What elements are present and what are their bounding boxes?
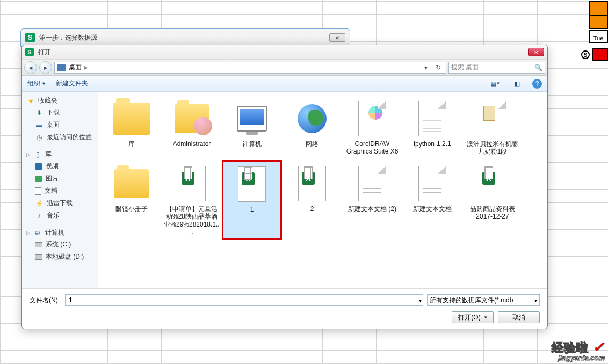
dialog-title: 打开	[38, 48, 528, 57]
sidebar: ★收藏夹 ⬇下载 ▬桌面 ◷最近访问的位置 ▷▯库 视频 图片 文档 ⚡迅雷下载…	[22, 92, 98, 288]
file-item[interactable]: 新建文本文档 (2)	[343, 161, 401, 239]
filename-dropdown-icon[interactable]: ▾	[419, 297, 422, 303]
sidebar-item-documents[interactable]: 文档	[22, 185, 98, 197]
music-icon: ♪	[35, 212, 44, 220]
forward-button[interactable]: ►	[39, 61, 52, 74]
file-item[interactable]: X【申请单】元旦活动%28陕西品萃酒业%29%282018.1....	[163, 161, 221, 239]
preview-pane-button[interactable]: ◧	[511, 79, 523, 89]
drive-icon	[35, 254, 42, 260]
file-list[interactable]: 库Administrator计算机网络CorelDRAW Graphics Su…	[98, 92, 547, 288]
star-icon: ★	[26, 97, 35, 105]
sidebar-item-drive-d[interactable]: 本地磁盘 (D:)	[22, 251, 98, 263]
file-thumbnail	[413, 99, 452, 138]
file-name: 2	[310, 205, 314, 213]
file-thumbnail	[172, 99, 211, 138]
breadcrumb-dropdown[interactable]: ▾	[420, 62, 432, 74]
search-input[interactable]: 搜索 桌面 🔍	[448, 62, 545, 74]
file-item[interactable]: Administrator	[163, 96, 221, 159]
breadcrumb[interactable]: 桌面 ▶ ▾ ↻	[54, 62, 446, 74]
back-button[interactable]: ◄	[24, 61, 37, 74]
close-button[interactable]: ✕	[528, 48, 544, 56]
expand-icon: ▷	[26, 152, 30, 157]
decor-tue: Tue	[589, 30, 608, 43]
new-folder-button[interactable]: 新建文件夹	[56, 79, 88, 88]
refresh-button[interactable]: ↻	[432, 62, 444, 74]
file-name: 【申请单】元旦活动%28陕西品萃酒业%29%282018.1....	[164, 205, 220, 236]
sidebar-item-pictures[interactable]: 图片	[22, 172, 98, 185]
sidebar-item-music[interactable]: ♪音乐	[22, 209, 98, 222]
file-thumbnail	[413, 164, 452, 203]
expand-icon: ▷	[26, 230, 30, 236]
file-item[interactable]: 眼镜小册子	[103, 161, 161, 239]
file-thumbnail	[112, 99, 151, 138]
sidebar-favorites-header[interactable]: ★收藏夹	[22, 95, 98, 106]
file-name: 喆购商品资料表2017-12-27	[465, 205, 520, 221]
file-thumbnail	[233, 99, 271, 138]
toolbar: 组织▼ 新建文件夹 ▦▼ ◧ ?	[22, 76, 547, 92]
file-item[interactable]: 澳洲贝拉米有机婴儿奶粉1段	[464, 96, 522, 159]
file-name: ipython-1.2.1	[414, 140, 451, 148]
file-type-filter[interactable]: 所有支持的数据库文件(*.mdb▾	[427, 294, 540, 306]
file-name: 计算机	[242, 140, 262, 148]
sidebar-item-recent[interactable]: ◷最近访问的位置	[22, 131, 98, 143]
sidebar-computer-header[interactable]: ▷🖳计算机	[22, 227, 98, 238]
dialog-titlebar: S 打开 ✕	[22, 45, 547, 60]
file-item[interactable]: X喆购商品资料表2017-12-27	[464, 161, 522, 239]
file-name: 新建文本文档	[413, 205, 452, 213]
sidebar-item-downloads[interactable]: ⬇下载	[22, 106, 98, 119]
app-icon: S	[25, 33, 35, 42]
file-thumbnail	[112, 164, 151, 203]
video-icon	[35, 163, 42, 170]
sidebar-item-videos[interactable]: 视频	[22, 160, 98, 172]
help-button[interactable]: ?	[532, 79, 542, 89]
organize-menu[interactable]: 组织▼	[27, 79, 46, 88]
file-item[interactable]: CorelDRAW Graphics Suite X6	[343, 96, 401, 159]
file-name: 1	[250, 206, 254, 213]
parent-close-button[interactable]: ✕	[329, 33, 345, 42]
filename-label: 文件名(N):	[30, 296, 60, 305]
nav-bar: ◄ ► 桌面 ▶ ▾ ↻ 搜索 桌面 🔍	[22, 60, 547, 76]
sidebar-item-drive-c[interactable]: 系统 (C:)	[22, 238, 98, 251]
file-name: 网络	[306, 140, 319, 148]
file-name: 眼镜小册子	[115, 205, 148, 213]
drive-icon	[35, 242, 42, 247]
file-item[interactable]: 库	[103, 96, 161, 159]
file-item[interactable]: X2	[283, 161, 341, 239]
download-icon: ⬇	[35, 109, 44, 117]
parent-dialog-title: 第一步：选择数据源	[39, 33, 329, 42]
cancel-button[interactable]: 取消	[498, 311, 540, 323]
watermark: 经验啦 ✓ jingyanla.com	[552, 339, 605, 362]
file-thumbnail: X	[172, 164, 211, 203]
file-item[interactable]: ipython-1.2.1	[403, 96, 461, 159]
desktop-icon: ▬	[35, 121, 44, 129]
file-name: CorelDRAW Graphics Suite X6	[344, 140, 400, 156]
sidebar-item-thunder[interactable]: ⚡迅雷下载	[22, 197, 98, 209]
computer-icon: 🖳	[33, 229, 42, 237]
file-item[interactable]: X1	[223, 161, 281, 239]
file-item[interactable]: 计算机	[223, 96, 281, 159]
parent-dialog-titlebar: S 第一步：选择数据源 ✕	[20, 28, 350, 47]
file-item[interactable]: 新建文本文档	[403, 161, 461, 239]
filename-input[interactable]	[65, 294, 423, 306]
recent-icon: ◷	[35, 134, 44, 141]
document-icon	[35, 187, 41, 195]
open-dialog: S 打开 ✕ ◄ ► 桌面 ▶ ▾ ↻ 搜索 桌面 🔍 组织▼ 新建文件夹 ▦▼…	[21, 45, 548, 329]
file-thumbnail	[353, 99, 392, 138]
decor-red	[592, 48, 608, 61]
file-thumbnail	[353, 164, 392, 203]
sidebar-libraries-header[interactable]: ▷▯库	[22, 149, 98, 160]
file-thumbnail: X	[473, 164, 512, 203]
file-thumbnail	[293, 99, 331, 138]
view-mode-button[interactable]: ▦▼	[489, 79, 501, 89]
breadcrumb-sep: ▶	[84, 64, 88, 70]
open-button[interactable]: 打开(O)▾	[452, 311, 494, 323]
file-item[interactable]: 网络	[283, 96, 341, 159]
file-thumbnail: X	[293, 164, 331, 203]
file-name: 澳洲贝拉米有机婴儿奶粉1段	[465, 140, 520, 156]
checkmark-icon: ✓	[592, 339, 605, 355]
file-name: 库	[128, 140, 135, 148]
app-icon: S	[25, 48, 34, 56]
sidebar-item-desktop[interactable]: ▬桌面	[22, 119, 98, 131]
file-name: Administrator	[173, 140, 211, 148]
dialog-bottom-bar: 文件名(N): ▾ 所有支持的数据库文件(*.mdb▾ 打开(O)▾ 取消	[22, 288, 547, 329]
